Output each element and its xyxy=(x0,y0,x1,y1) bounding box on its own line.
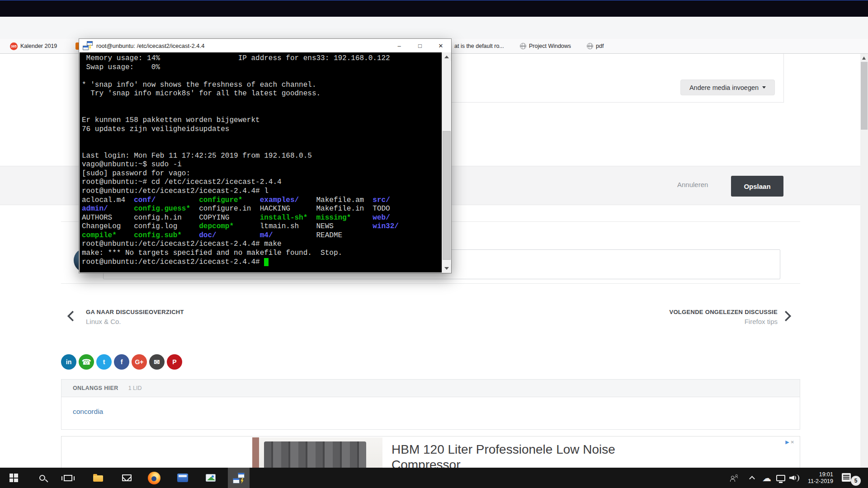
window-accent-line xyxy=(0,0,868,0)
add-media-button[interactable]: Andere media invoegen xyxy=(680,80,775,95)
bookmark-truncated[interactable]: at is the default ro... xyxy=(454,39,504,53)
onedrive-cloud-icon[interactable]: ☁ xyxy=(760,468,773,488)
scrollbar-thumb[interactable] xyxy=(861,62,868,130)
page-scrollbar[interactable] xyxy=(860,54,868,468)
people-icon[interactable] xyxy=(727,468,741,488)
add-media-label: Andere media invoegen xyxy=(689,84,759,91)
terminal-scrollbar[interactable] xyxy=(442,52,451,272)
bookmark-project-windows[interactable]: Project Windows xyxy=(520,39,571,53)
terminal-line: vago@unbuntu:~$ sudo -i xyxy=(82,160,442,169)
terminal-line: root@unbuntu:~# cd /etc/icecast2/icecast… xyxy=(82,178,442,187)
firefox-button[interactable] xyxy=(143,468,165,488)
whatsapp-icon[interactable]: ☎ xyxy=(79,354,94,370)
nav-next-label: VOLGENDE ONGELEZEN DISCUSSIE xyxy=(669,309,778,315)
pinterest-icon[interactable]: P xyxy=(167,354,182,370)
linkedin-icon[interactable]: in xyxy=(61,354,76,370)
firefox-icon xyxy=(148,472,160,484)
terminal-line: Try 'snap info microk8s' for all the lat… xyxy=(82,89,442,99)
terminal-scroll-up-arrow[interactable] xyxy=(442,52,451,61)
volume-icon[interactable] xyxy=(788,468,801,488)
facebook-icon[interactable]: f xyxy=(114,354,129,370)
nav-back-label: GA NAAR DISCUSSIEOVERZICHT xyxy=(86,309,184,315)
terminal-line: root@unbuntu:/etc/icecast2/icecast-2.4.4… xyxy=(82,187,442,196)
recently-here-panel: ONLANGS HIER 1 LID concordia xyxy=(61,379,800,430)
terminal-scroll-down-arrow[interactable] xyxy=(442,264,451,272)
ad-headline-line1[interactable]: HBM 120 Liter Professionele Low Noise xyxy=(392,442,615,457)
terminal-line: Er kunnen 158 pakketten worden bijgewerk… xyxy=(82,116,442,125)
terminal-scroll-thumb[interactable] xyxy=(443,131,451,260)
terminal-close-button[interactable]: ✕ xyxy=(430,39,451,52)
divider xyxy=(61,283,800,284)
search-icon xyxy=(39,475,45,481)
terminal-line: root@unbuntu:/etc/icecast2/icecast-2.4.4… xyxy=(82,258,442,267)
editor-right-border xyxy=(783,54,784,102)
bookmark-label: at is the default ro... xyxy=(454,43,504,49)
terminal-line: root@unbuntu:/etc/icecast2/icecast-2.4.4… xyxy=(82,240,442,249)
bookmark-label: pdf xyxy=(596,43,604,49)
member-link[interactable]: concordia xyxy=(73,408,103,416)
folder-icon xyxy=(93,475,103,482)
browser-tab-bar xyxy=(0,0,868,17)
globe-icon xyxy=(520,43,526,49)
chevron-right-icon[interactable] xyxy=(780,310,791,321)
nav-next-topic: Firefox tips xyxy=(669,318,778,325)
terminal-line: ChangeLog config.log depcomp* ltmain.sh … xyxy=(82,222,442,231)
start-button[interactable] xyxy=(3,468,24,488)
action-center-icon[interactable] xyxy=(842,473,851,482)
terminal-maximize-button[interactable]: □ xyxy=(410,39,430,52)
bookmark-kalender[interactable]: 365 Kalender 2019 xyxy=(10,39,57,53)
terminal-line: AUTHORS config.h.in COPYING install-sh* … xyxy=(82,214,442,223)
member-count: 1 LID xyxy=(128,385,142,391)
terminal-line xyxy=(82,143,442,152)
network-display-icon[interactable] xyxy=(774,468,787,488)
putty-terminal-window[interactable]: root@unbuntu: /etc/icecast2/icecast-2.4.… xyxy=(79,39,451,273)
screenshot-tool-button[interactable] xyxy=(200,468,222,488)
chevron-left-icon[interactable] xyxy=(67,310,78,321)
putty-taskbar-button[interactable] xyxy=(228,468,250,488)
terminal-line: admin/ config.guess* configure.in HACKIN… xyxy=(82,205,442,214)
terminal-line xyxy=(82,134,442,143)
next-unread-topic-link[interactable]: VOLGENDE ONGELEZEN DISCUSSIE Firefox tip… xyxy=(669,309,778,325)
blue-app-button[interactable] xyxy=(172,468,193,488)
putty-icon xyxy=(83,41,93,50)
mail-icon xyxy=(122,474,132,481)
bookmark-label: Project Windows xyxy=(529,43,571,49)
googleplus-icon[interactable]: G+ xyxy=(132,354,147,370)
terminal-minimize-button[interactable]: – xyxy=(389,39,410,52)
office365-icon: 365 xyxy=(10,42,18,50)
terminal-line: 76 updates zijn veiligheidsupdates xyxy=(82,125,442,134)
task-view-icon xyxy=(64,475,72,481)
recently-here-title: ONLANGS HIER xyxy=(73,385,118,391)
tray-chevron-up-icon[interactable] xyxy=(746,468,758,488)
screen: tar.gz - Linux & Co. - Sat4all - A ✕ ima… xyxy=(0,0,868,488)
terminal-line: compile* config.sub* doc/ m4/ README xyxy=(82,231,442,240)
taskbar-clock[interactable]: 19:01 11-2-2019 xyxy=(802,468,833,488)
adchoices-close[interactable]: ✕ xyxy=(791,440,794,445)
file-explorer-button[interactable] xyxy=(87,468,109,488)
windows-logo-icon xyxy=(9,474,18,482)
putty-icon xyxy=(233,473,245,483)
caret-down-icon xyxy=(762,86,766,89)
terminal-title: root@unbuntu: /etc/icecast2/icecast-2.4.… xyxy=(96,42,204,49)
mail-button[interactable] xyxy=(116,468,137,488)
go-to-topic-list-link[interactable]: GA NAAR DISCUSSIEOVERZICHT Linux & Co. xyxy=(86,309,184,325)
email-icon[interactable]: ✉ xyxy=(149,354,165,370)
terminal-line: * 'snap info' now shows the freshness of… xyxy=(82,81,442,90)
task-view-button[interactable] xyxy=(57,468,79,488)
terminal-line xyxy=(82,108,442,117)
search-button[interactable] xyxy=(31,468,53,488)
terminal-line: Memory usage: 14% IP address for ens33: … xyxy=(82,54,442,63)
terminal-body[interactable]: Memory usage: 14% IP address for ens33: … xyxy=(80,52,442,272)
save-button[interactable]: Opslaan xyxy=(731,176,783,197)
twitter-icon[interactable]: t xyxy=(96,354,112,370)
terminal-line: Swap usage: 0% xyxy=(82,63,442,72)
cancel-button[interactable]: Annuleren xyxy=(677,181,708,188)
notification-badge[interactable]: 5 xyxy=(851,476,861,486)
bookmark-pdf[interactable]: pdf xyxy=(587,39,604,53)
terminal-line xyxy=(82,99,442,108)
social-share-row: in☎tfG+✉P xyxy=(61,354,182,370)
globe-icon xyxy=(587,43,593,49)
clock-time: 19:01 xyxy=(802,471,833,478)
scrollbar-up-arrow[interactable] xyxy=(862,56,866,60)
adchoices-icon[interactable]: ▶ ✕ xyxy=(785,439,794,445)
